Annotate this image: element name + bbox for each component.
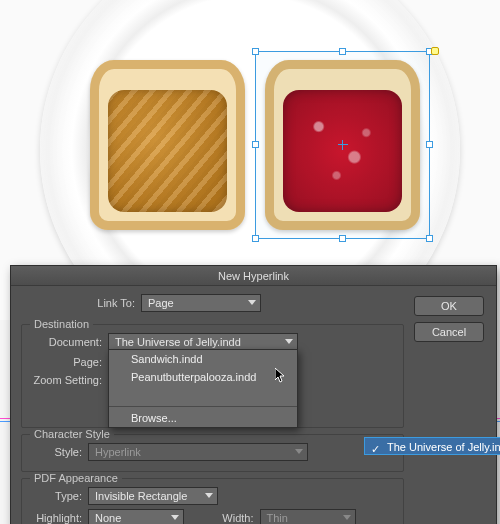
resize-handle-tl[interactable]	[252, 48, 259, 55]
chevron-down-icon	[248, 300, 256, 305]
link-to-label: Link To:	[91, 297, 141, 309]
toast-peanut-butter	[90, 60, 245, 230]
document-label: Document:	[30, 336, 108, 348]
resize-handle-bl[interactable]	[252, 235, 259, 242]
cursor-icon	[275, 368, 287, 384]
chevron-down-icon	[205, 493, 213, 498]
chevron-down-icon	[343, 515, 351, 520]
resize-handle-tm[interactable]	[339, 48, 346, 55]
dropdown-option-label: Peanutbutterpalooza.indd	[131, 371, 256, 383]
width-value: Thin	[267, 512, 288, 524]
dropdown-option-selected[interactable]: ✓ The Universe of Jelly.indd	[364, 437, 500, 455]
type-value: Invisible Rectangle	[95, 490, 187, 502]
cancel-button[interactable]: Cancel	[414, 322, 484, 342]
type-select[interactable]: Invisible Rectangle	[88, 487, 218, 505]
highlight-select[interactable]: None	[88, 509, 184, 524]
document-dropdown[interactable]: Sandwich.indd Peanutbutterpalooza.indd ✓…	[108, 349, 298, 428]
dialog-body: Link To: Page Destination Document: The …	[21, 292, 404, 524]
resize-handle-bm[interactable]	[339, 235, 346, 242]
character-style-title: Character Style	[30, 428, 114, 440]
selection-frame[interactable]	[255, 51, 430, 239]
dropdown-separator	[109, 406, 297, 407]
app-canvas: New Hyperlink OK Cancel Link To: Page De…	[0, 0, 500, 524]
highlight-value: None	[95, 512, 121, 524]
type-label: Type:	[30, 490, 88, 502]
destination-group: Destination Document: The Universe of Je…	[21, 324, 404, 428]
character-style-group: Character Style Style: Hyperlink	[21, 434, 404, 472]
dropdown-browse-label: Browse...	[131, 412, 177, 424]
chevron-down-icon	[171, 515, 179, 520]
chevron-down-icon	[295, 449, 303, 454]
character-style-value: Hyperlink	[95, 446, 141, 458]
highlight-label: Highlight:	[30, 512, 88, 524]
destination-title: Destination	[30, 318, 93, 330]
chevron-down-icon	[285, 339, 293, 344]
dropdown-option-label: The Universe of Jelly.indd	[387, 441, 500, 453]
dropdown-option[interactable]: Peanutbutterpalooza.indd	[109, 368, 297, 386]
dialog-title[interactable]: New Hyperlink	[11, 266, 496, 286]
center-point-icon	[338, 140, 348, 150]
new-hyperlink-dialog: New Hyperlink OK Cancel Link To: Page De…	[10, 265, 497, 524]
document-value: The Universe of Jelly.indd	[115, 336, 241, 348]
resize-handle-br[interactable]	[426, 235, 433, 242]
resize-handle-mr[interactable]	[426, 141, 433, 148]
reference-point-icon[interactable]	[431, 47, 439, 55]
width-label: Width:	[218, 512, 260, 524]
pdf-appearance-group: PDF Appearance Type: Invisible Rectangle…	[21, 478, 404, 524]
dropdown-browse[interactable]: Browse...	[109, 409, 297, 427]
resize-handle-ml[interactable]	[252, 141, 259, 148]
link-to-value: Page	[148, 297, 174, 309]
checkmark-icon: ✓	[371, 440, 380, 458]
style-label: Style:	[30, 446, 88, 458]
pdf-appearance-title: PDF Appearance	[30, 472, 122, 484]
peanut-butter-spread	[108, 90, 227, 212]
dropdown-option[interactable]: Sandwich.indd	[109, 350, 297, 368]
character-style-select[interactable]: Hyperlink	[88, 443, 308, 461]
page-label: Page:	[30, 356, 108, 368]
width-select[interactable]: Thin	[260, 509, 356, 524]
dropdown-option-label: Sandwich.indd	[131, 353, 203, 365]
ok-button[interactable]: OK	[414, 296, 484, 316]
link-to-select[interactable]: Page	[141, 294, 261, 312]
zoom-label: Zoom Setting:	[30, 374, 108, 386]
